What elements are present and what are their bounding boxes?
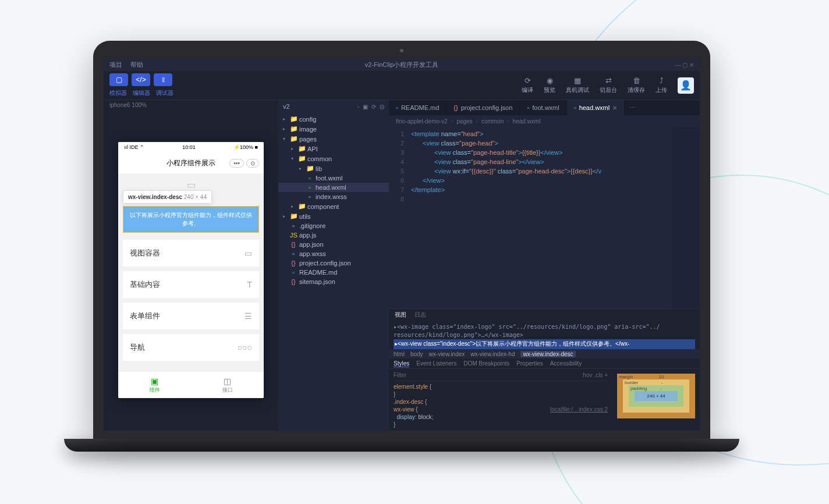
styles-tab[interactable]: Accessibility bbox=[550, 360, 582, 367]
tree-item[interactable]: JSapp.js bbox=[278, 230, 389, 240]
editor-tab[interactable]: ▫foot.wxml bbox=[520, 100, 566, 115]
styles-tab[interactable]: DOM Breakpoints bbox=[463, 360, 509, 367]
styles-panel[interactable]: Filter:hov .cls +element.style { }.index… bbox=[389, 369, 612, 431]
toolbar-button[interactable]: ⫴ bbox=[154, 73, 172, 86]
phone-page-title: 小程序组件展示 bbox=[166, 158, 215, 168]
devtools-tab[interactable]: 视图 bbox=[395, 311, 406, 319]
tree-item[interactable]: ▫README.md bbox=[278, 268, 389, 277]
code-editor[interactable]: 12345678 <template name="head"><view cla… bbox=[389, 127, 700, 308]
tab-overflow-icon[interactable]: ⋯ bbox=[625, 100, 640, 115]
tree-item[interactable]: ▸📁utils bbox=[278, 211, 389, 221]
menubar: 项目 帮助 v2-FinClip小程序开发工具 — ▢ ✕ bbox=[104, 58, 700, 71]
inspect-tooltip: wx-view.index-desc 240 × 44 bbox=[123, 190, 212, 204]
window-controls[interactable]: — ▢ ✕ bbox=[675, 62, 694, 68]
phone-frame: ııl IDE ⌃ 10:01 ⚡100% ■ 小程序组件展示 ••• ⊙ bbox=[118, 142, 264, 398]
toolbar-button[interactable]: ▢ bbox=[109, 73, 128, 86]
tree-item[interactable]: ▸📁image bbox=[278, 124, 389, 134]
tree-item[interactable]: ▸📁API bbox=[278, 144, 389, 154]
devtools: 视图日志 ▸<wx-image class="index-logo" src="… bbox=[389, 308, 700, 431]
simulator-device[interactable]: iphone6 100% bbox=[104, 100, 278, 113]
window-title: v2-FinClip小程序开发工具 bbox=[365, 61, 439, 69]
tree-item[interactable]: ▫head.wxml bbox=[278, 183, 389, 192]
tree-item[interactable]: ▸📁config bbox=[278, 114, 389, 124]
capsule-menu-icon[interactable]: ••• bbox=[229, 159, 244, 168]
tree-item[interactable]: {}sitemap.json bbox=[278, 277, 389, 286]
toolbar-action[interactable]: 🗑清缓存 bbox=[628, 76, 645, 94]
elements-panel[interactable]: ▸<wx-image class="index-logo" src="../re… bbox=[389, 321, 700, 349]
menu-help[interactable]: 帮助 bbox=[130, 61, 143, 69]
phone-navbar: 小程序组件展示 ••• ⊙ bbox=[118, 152, 264, 173]
phone-statusbar: ııl IDE ⌃ 10:01 ⚡100% ■ bbox=[118, 142, 264, 152]
explorer-root[interactable]: v2 bbox=[283, 103, 290, 110]
tree-item[interactable]: {}project.config.json bbox=[278, 258, 389, 268]
box-model: margin 10 border - padding - bbox=[612, 369, 700, 431]
toolbar: ▢</>⫴ 模拟器编辑器调试器 ⟳编译◉预览▦真机调试⇄切后台🗑清缓存⤴上传👤 bbox=[104, 71, 700, 100]
highlighted-element[interactable]: 以下将展示小程序官方组件能力，组件样式仅供参考。 bbox=[123, 206, 259, 233]
tree-item[interactable]: {}app.json bbox=[278, 240, 389, 249]
editor-tab[interactable]: ▫README.md bbox=[389, 100, 447, 115]
styles-tab[interactable]: Styles bbox=[394, 360, 409, 367]
editor-tabs: ▫README.md{}project.config.json▫foot.wxm… bbox=[389, 100, 700, 115]
toolbar-action[interactable]: ⇄切后台 bbox=[600, 76, 617, 94]
file-explorer: v2 ▫ ▣ ⟳ ⊟ ▸📁config▸📁image▾📁pages▸📁API▾📁… bbox=[278, 100, 389, 431]
editor-tab[interactable]: {}project.config.json bbox=[447, 100, 520, 115]
dom-breadcrumb[interactable]: htmlbodywx-view.indexwx-view.index-hdwx-… bbox=[389, 349, 700, 359]
list-item[interactable]: 视图容器▭ bbox=[123, 240, 259, 267]
list-item[interactable]: 表单组件☰ bbox=[123, 303, 259, 329]
toolbar-action[interactable]: ◉预览 bbox=[544, 76, 555, 94]
tree-item[interactable]: ▾📁common bbox=[278, 154, 389, 164]
list-item[interactable]: 基础内容T bbox=[123, 271, 259, 298]
toolbar-action[interactable]: ▦真机调试 bbox=[566, 76, 589, 94]
toolbar-button[interactable]: </> bbox=[132, 73, 150, 86]
new-file-icon[interactable]: ▫ bbox=[357, 104, 359, 110]
simulator-pane: iphone6 100% ııl IDE ⌃ 10:01 ⚡100% ■ 小程序… bbox=[104, 100, 278, 431]
styles-tab[interactable]: Event Listeners bbox=[416, 360, 456, 367]
toolbar-action[interactable]: ⤴上传 bbox=[656, 76, 667, 94]
tab-item[interactable]: ▣组件 bbox=[118, 372, 191, 398]
tab-item[interactable]: ◫接口 bbox=[191, 372, 264, 398]
close-icon[interactable]: ✕ bbox=[612, 105, 617, 111]
tree-item[interactable]: ▫app.wxss bbox=[278, 249, 389, 258]
tree-item[interactable]: ▸📁component bbox=[278, 201, 389, 211]
breadcrumbs[interactable]: fino-applet-demo-v2›pages›common›head.wx… bbox=[389, 115, 700, 127]
capsule-close-icon[interactable]: ⊙ bbox=[246, 159, 259, 168]
minimap[interactable] bbox=[672, 127, 700, 308]
list-item[interactable]: 导航○○○ bbox=[123, 334, 259, 361]
styles-tab[interactable]: Properties bbox=[516, 360, 543, 367]
laptop-frame: 项目 帮助 v2-FinClip小程序开发工具 — ▢ ✕ ▢</>⫴ 模拟器编… bbox=[93, 41, 710, 452]
devtools-tab[interactable]: 日志 bbox=[414, 311, 426, 319]
avatar[interactable]: 👤 bbox=[678, 77, 694, 94]
tree-item[interactable]: ▸📁lib bbox=[278, 164, 389, 173]
tree-item[interactable]: ▫.gitignore bbox=[278, 221, 389, 230]
tree-item[interactable]: ▫index.wxss bbox=[278, 192, 389, 201]
tree-item[interactable]: ▫foot.wxml bbox=[278, 173, 389, 183]
tree-item[interactable]: ▾📁pages bbox=[278, 134, 389, 144]
collapse-icon[interactable]: ⊟ bbox=[380, 104, 384, 110]
new-folder-icon[interactable]: ▣ bbox=[363, 104, 368, 110]
app-window: 项目 帮助 v2-FinClip小程序开发工具 — ▢ ✕ ▢</>⫴ 模拟器编… bbox=[104, 58, 700, 431]
editor-tab[interactable]: ▫head.wxml✕ bbox=[567, 100, 625, 115]
menu-project[interactable]: 项目 bbox=[109, 61, 122, 69]
toolbar-action[interactable]: ⟳编译 bbox=[522, 76, 533, 94]
refresh-icon[interactable]: ⟳ bbox=[371, 104, 376, 110]
